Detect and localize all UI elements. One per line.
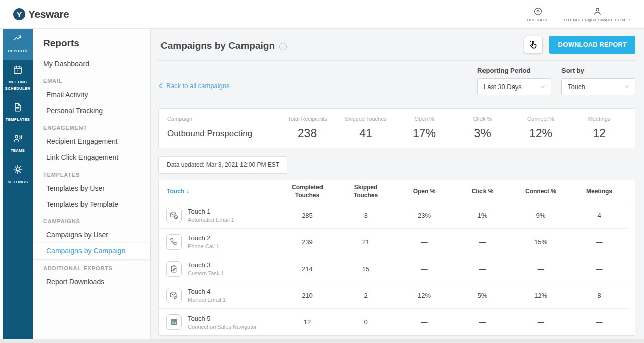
- cell-skipped-touches: 0: [337, 318, 395, 326]
- settings-gear-icon: [13, 164, 23, 177]
- chevron-left-icon: [158, 83, 163, 89]
- teams-people-icon: [13, 133, 23, 145]
- icon-rail: REPORTS 1 MEETING SCHEDULER TEMPLATES TE…: [3, 29, 33, 339]
- cell-click-pct: —: [453, 265, 512, 273]
- sort-by-label: Sort by: [561, 67, 635, 74]
- rail-item-meeting-scheduler[interactable]: 1 MEETING SCHEDULER: [3, 60, 33, 97]
- cell-skipped-touches: 2: [337, 292, 395, 299]
- cell-meetings: 4: [570, 212, 628, 219]
- summary-campaign-name: Outbound Prospecting: [159, 129, 278, 139]
- col-meetings: Meetings: [570, 187, 628, 195]
- reports-chart-icon: [13, 34, 23, 46]
- data-updated-badge: Data updated: Mar 3, 2021 12:00 PM EST: [158, 156, 287, 174]
- cell-meetings: —: [570, 318, 628, 326]
- rail-item-templates[interactable]: TEMPLATES: [3, 97, 33, 128]
- table-header-row: Touch ↓ Completed Touches Skipped Touche…: [159, 180, 628, 202]
- summary-click-pct: 3%: [453, 127, 512, 140]
- cell-open-pct: —: [395, 265, 453, 273]
- col-open: Open %: [395, 187, 453, 195]
- rail-item-settings[interactable]: SETTINGS: [3, 159, 33, 191]
- sidebar-item-campaigns-by-user[interactable]: Campaigns by User: [33, 227, 150, 243]
- cell-connect-pct: —: [512, 265, 570, 273]
- chevron-down-icon: [627, 18, 631, 22]
- sidebar-item-report-downloads[interactable]: Report Downloads: [33, 274, 150, 290]
- sidebar-section-campaigns: CAMPAIGNS: [33, 212, 150, 227]
- col-connect: Connect %: [512, 187, 570, 195]
- cell-open-pct: 12%: [395, 292, 453, 299]
- svg-text:1: 1: [17, 69, 19, 73]
- sidebar-item-link-click-engagement[interactable]: Link Click Engagement: [33, 149, 150, 165]
- templates-doc-icon: [13, 102, 23, 114]
- info-icon[interactable]: i: [279, 43, 287, 50]
- cell-open-pct: —: [395, 238, 453, 246]
- chevron-down-icon: [624, 84, 629, 90]
- sort-by-touch-header[interactable]: Touch ↓: [159, 188, 278, 195]
- table-row[interactable]: Touch 3 Custom Task 1 214 15 — — — —: [159, 255, 628, 282]
- sidebar-item-templates-by-template[interactable]: Templates by Template: [33, 196, 150, 212]
- sidebar-item-personal-tracking[interactable]: Personal Tracking: [33, 103, 150, 119]
- col-completed-touches: Completed Touches: [278, 183, 337, 199]
- table-row[interactable]: Touch 1 Automated Email 1 285 3 23% 1% 9…: [159, 202, 628, 229]
- summary-total-recipients: 238: [278, 127, 337, 140]
- back-to-campaigns-link[interactable]: Back to all campaigns: [158, 82, 229, 90]
- top-bar: Y Yesware UPGRADE RTENGLER@YESWARE.COM: [0, 0, 644, 29]
- table-row[interactable]: Touch 4 Manual Email 1 210 2 12% 5% 12% …: [159, 282, 628, 309]
- yesware-logo: Y Yesware: [13, 8, 69, 20]
- upgrade-arrow-icon: [533, 7, 543, 16]
- phone-call-icon: [166, 234, 182, 250]
- sidebar-section-templates: TEMPLATES: [33, 165, 150, 180]
- summary-col-campaign: Campaign: [159, 115, 278, 122]
- sidebar-item-templates-by-user[interactable]: Templates by User: [33, 180, 150, 196]
- summary-meetings: 12: [570, 127, 628, 140]
- reporting-period-select[interactable]: Last 30 Days: [477, 78, 551, 95]
- sidebar-item-my-dashboard[interactable]: My Dashboard: [33, 56, 150, 72]
- cell-click-pct: 5%: [453, 292, 512, 299]
- summary-skipped-touches: 41: [337, 127, 395, 140]
- summary-col-meetings: Meetings: [570, 115, 628, 122]
- cell-completed-touches: 285: [278, 212, 337, 219]
- sidebar-section-email: EMAIL: [33, 72, 150, 87]
- automated-email-icon: [166, 208, 182, 223]
- table-row[interactable]: Touch 2 Phone Call 1 239 21 — — 15% —: [159, 229, 628, 255]
- touches-table: Touch ↓ Completed Touches Skipped Touche…: [158, 180, 635, 336]
- col-click: Click %: [453, 187, 512, 195]
- upgrade-label: UPGRADE: [527, 18, 549, 22]
- cell-completed-touches: 239: [278, 238, 337, 246]
- sidebar-item-recipient-engagement[interactable]: Recipient Engagement: [33, 133, 150, 149]
- summary-col-skipped-touches: Skipped Touches: [337, 115, 395, 122]
- col-skipped-touches: Skipped Touches: [337, 183, 395, 199]
- main-content: Campaigns by Campaign i DOWNLOAD REPORT …: [151, 29, 644, 339]
- summary-open-pct: 17%: [395, 127, 453, 140]
- cell-connect-pct: 15%: [512, 238, 570, 246]
- sidebar-section-additional-exports: ADDITIONAL EXPORTS: [33, 259, 150, 274]
- rail-item-teams[interactable]: TEAMS: [3, 128, 33, 159]
- sort-by-select[interactable]: Touch: [561, 78, 635, 95]
- account-email: RTENGLER@YESWARE.COM: [564, 18, 625, 22]
- svg-text:in: in: [172, 320, 176, 325]
- linkedin-icon: in: [166, 314, 182, 330]
- calendar-icon: 1: [13, 65, 23, 77]
- upgrade-button[interactable]: UPGRADE: [527, 7, 549, 22]
- manual-email-icon: [166, 288, 182, 303]
- cell-skipped-touches: 3: [337, 212, 395, 219]
- account-menu[interactable]: RTENGLER@YESWARE.COM: [564, 7, 631, 22]
- sidebar-item-email-activity[interactable]: Email Activity: [33, 87, 150, 103]
- bottom-edge: [0, 339, 644, 343]
- reporting-period-label: Reporting Period: [477, 67, 551, 74]
- click-pointer-button[interactable]: [524, 36, 543, 54]
- table-row[interactable]: in Touch 5 Connect on Sales Navigator 12…: [159, 309, 628, 335]
- cell-meetings: —: [570, 238, 628, 246]
- cell-meetings: 8: [570, 292, 628, 299]
- rail-item-reports[interactable]: REPORTS: [3, 29, 33, 60]
- cell-meetings: —: [570, 265, 628, 273]
- cell-connect-pct: 12%: [512, 292, 570, 299]
- cell-click-pct: —: [453, 238, 512, 246]
- cell-skipped-touches: 21: [337, 238, 395, 246]
- summary-col-open: Open %: [395, 115, 453, 122]
- sidebar-section-engagement: ENGAGEMENT: [33, 119, 150, 133]
- custom-task-icon: [166, 261, 182, 277]
- page-title: Campaigns by Campaign: [160, 40, 275, 51]
- download-report-button[interactable]: DOWNLOAD REPORT: [549, 36, 635, 54]
- sidebar-item-campaigns-by-campaign[interactable]: Campaigns by Campaign: [33, 243, 150, 259]
- cell-skipped-touches: 15: [337, 265, 395, 273]
